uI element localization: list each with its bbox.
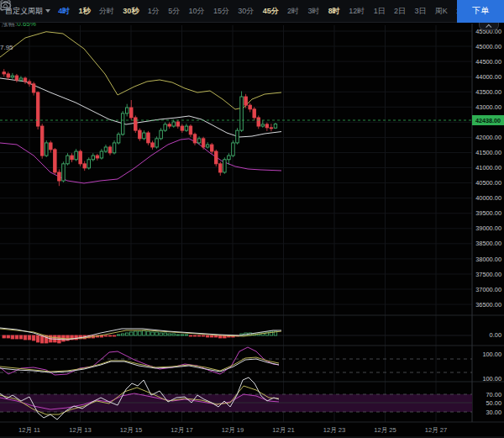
price-axis-label: 40000.00 [475, 194, 501, 202]
price-axis-label: 37500.00 [475, 271, 501, 278]
period-tab-12时[interactable]: 12时 [344, 6, 369, 17]
period-tab-3日[interactable]: 3日 [410, 6, 430, 17]
macd-hist-bar [7, 335, 10, 338]
candle-body [143, 133, 146, 139]
candle-body [54, 150, 57, 172]
period-tab-2日[interactable]: 2日 [390, 6, 410, 17]
candle-body [236, 130, 239, 143]
period-tab-1分[interactable]: 1分 [144, 6, 164, 17]
macd-hist-bar [28, 335, 31, 340]
period-tab-周K[interactable]: 周K [431, 6, 452, 17]
macd-hist-bar [147, 331, 150, 335]
macd-hist-bar [270, 331, 273, 335]
pane-axis-label: 0.00 [490, 331, 501, 339]
candle-body [100, 151, 103, 158]
period-tab-2时[interactable]: 2时 [283, 6, 303, 17]
period-tab-10分[interactable]: 10分 [184, 6, 208, 17]
period-tab-1秒[interactable]: 1秒 [74, 6, 94, 17]
candle-body [253, 109, 256, 118]
candle-body [3, 72, 6, 74]
candle-body [160, 130, 163, 139]
trading-chart-window: 自定义周期 4时1秒分时30秒1分5分10分15分30分45分2时3时8时12时… [0, 0, 504, 438]
candle-body [228, 156, 231, 160]
candle-body [219, 164, 223, 172]
date-axis-label: 12月 19 [222, 426, 244, 434]
candle-body [168, 124, 171, 126]
period-tab-4时[interactable]: 4时 [54, 6, 74, 17]
macd-hist-bar [181, 335, 184, 335]
candle-body [71, 156, 74, 160]
period-tab-分时[interactable]: 分时 [95, 6, 118, 17]
candle-body [117, 135, 120, 143]
candle-body [45, 143, 49, 156]
candle-body [202, 139, 205, 147]
macd-hist-bar [75, 335, 78, 340]
macd-hist-bar [24, 335, 27, 340]
candle-body [172, 122, 176, 126]
macd-hist-bar [164, 333, 167, 335]
kline-chart-canvas[interactable]: 42438.0045500.0045000.0044500.0044000.00… [0, 0, 504, 438]
macd-hist-bar [3, 335, 6, 338]
period-tab-45分[interactable]: 45分 [259, 6, 283, 17]
price-axis-label: 43000.00 [475, 103, 501, 111]
candle-body [197, 139, 201, 143]
candle-body [147, 133, 150, 143]
date-axis-label: 12月 21 [272, 426, 295, 434]
period-tab-8时[interactable]: 8时 [324, 6, 344, 17]
macd-hist-bar [155, 332, 159, 335]
candle-body [274, 124, 277, 129]
period-bar: 自定义周期 4时1秒分时30秒1分5分10分15分30分45分2时3时8时12时… [0, 6, 457, 17]
chevron-up-icon [486, 24, 491, 29]
price-axis-label: 42000.00 [475, 134, 501, 141]
period-tab-5分[interactable]: 5分 [164, 6, 184, 17]
candle-body [261, 124, 265, 126]
period-tab-3时[interactable]: 3时 [303, 6, 323, 17]
candle-body [176, 122, 180, 126]
cloud-icon [0, 0, 12, 8]
macd-hist-bar [143, 330, 146, 335]
candle-body [134, 118, 138, 130]
place-order-button[interactable]: 下单 [457, 0, 504, 23]
macd-hist-bar [189, 335, 192, 336]
candle-body [130, 108, 134, 118]
period-tab-15分[interactable]: 15分 [209, 6, 234, 17]
price-axis-label: 45000.00 [475, 43, 501, 50]
candle-body [215, 151, 218, 164]
macd-hist-bar [117, 335, 120, 335]
price-axis-label: 41000.00 [475, 164, 501, 172]
candle-body [185, 126, 188, 130]
date-axis-label: 12月 23 [323, 426, 346, 434]
collapse-toolbar-button[interactable] [479, 23, 499, 30]
candle-body [58, 172, 61, 181]
candle-body [155, 139, 159, 147]
pane-axis-label: 100.00 [482, 351, 501, 358]
macd-hist-bar [15, 335, 18, 339]
pane-axis-label: 100.00 [482, 375, 501, 383]
pane-axis-label: 50.00 [486, 399, 502, 407]
current-price-tag-text: 42438.00 [475, 117, 501, 124]
candle-body [75, 151, 78, 160]
date-axis-label: 12月 11 [18, 426, 40, 434]
macd-hist-bar [113, 335, 116, 336]
macd-hist-bar [202, 335, 205, 336]
candle-body [265, 124, 269, 128]
period-tab-1日[interactable]: 1日 [369, 6, 389, 17]
period-tabs: 4时1秒分时30秒1分5分10分15分30分45分2时3时8时12时1日2日3日… [54, 6, 498, 17]
clipped-left-price-text: 7.95 [0, 44, 13, 51]
candle-body [96, 156, 99, 158]
candle-body [232, 143, 235, 156]
price-axis-label: 44500.00 [475, 58, 501, 66]
macd-hist-bar [19, 335, 23, 339]
candle-body [210, 145, 213, 151]
candle-body [83, 164, 87, 168]
candle-body [66, 156, 70, 164]
candle-body [151, 143, 155, 147]
candle-body [125, 108, 129, 113]
price-axis-label: 36500.00 [475, 301, 501, 309]
candle-body [249, 105, 252, 109]
macd-hist-bar [121, 334, 124, 335]
period-tab-30秒[interactable]: 30秒 [118, 6, 143, 17]
candle-body [19, 78, 23, 80]
price-axis-label: 37000.00 [475, 286, 501, 293]
period-tab-30分[interactable]: 30分 [234, 6, 258, 17]
